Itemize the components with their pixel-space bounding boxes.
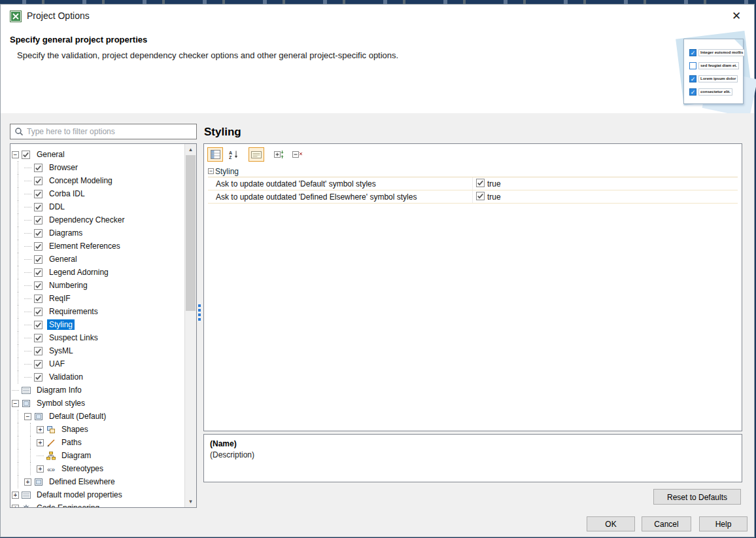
tree-item-label: Default model properties <box>35 490 124 500</box>
tree-item-sysml[interactable]: SysML <box>12 344 185 357</box>
tree-scrollbar[interactable]: ▴ ▾ <box>184 144 196 507</box>
collapse-expander-icon[interactable]: − <box>12 151 19 158</box>
checkbox-checked-icon[interactable] <box>34 307 44 316</box>
tree-item-paths[interactable]: +Paths <box>12 436 185 449</box>
tree-item-shapes[interactable]: +Shapes <box>12 423 185 436</box>
checkbox-checked-icon[interactable] <box>34 215 44 224</box>
checkbox-checked-icon[interactable] <box>34 359 44 368</box>
tree-guide-line <box>12 475 24 488</box>
scrollbar-thumb[interactable] <box>186 155 196 311</box>
scroll-up-icon[interactable]: ▴ <box>185 144 196 155</box>
tree-item-defined-elsewhere[interactable]: +Defined Elsewhere <box>12 475 185 488</box>
tree-item-diagram-info[interactable]: Diagram Info <box>12 384 185 397</box>
expand-expander-icon[interactable]: + <box>24 478 31 486</box>
tree-item-corba-idl[interactable]: Corba IDL <box>12 187 185 200</box>
diagram-icon <box>46 451 57 460</box>
tree-item-code-engineering[interactable]: +Code Engineering <box>12 501 185 507</box>
tree-item-dependency-checker[interactable]: Dependency Checker <box>12 213 185 226</box>
tree-item-label: Diagrams <box>47 228 84 238</box>
cancel-button[interactable]: Cancel <box>642 516 691 531</box>
tree-item-stereotypes[interactable]: +«»Stereotypes <box>12 462 185 475</box>
filter-input[interactable] <box>24 126 196 137</box>
property-group-row[interactable]: − Styling <box>208 166 738 177</box>
property-row[interactable]: Ask to update outdated 'Defined Elsewher… <box>208 190 738 204</box>
tree-guide-line <box>12 279 24 292</box>
help-button[interactable]: Help <box>699 516 747 531</box>
expand-expander-icon[interactable]: + <box>12 492 19 499</box>
show-description-icon[interactable] <box>249 147 264 162</box>
value-checkbox-checked-icon[interactable] <box>476 179 485 189</box>
tree-item-label: Styling <box>47 319 75 330</box>
tree-item-diagram[interactable]: Diagram <box>12 449 185 462</box>
collapse-expander-icon[interactable]: − <box>12 400 19 407</box>
expand-expander-icon[interactable]: + <box>12 505 19 508</box>
expand-expander-icon[interactable]: + <box>37 439 44 446</box>
tree-item-label: Browser <box>47 162 80 173</box>
tree-item-general[interactable]: General <box>12 253 185 266</box>
tree-connector <box>24 243 31 250</box>
tree-item-label: Numbering <box>47 280 90 291</box>
sort-alphabetically-icon[interactable]: AZ <box>226 147 241 162</box>
ok-button[interactable]: OK <box>587 516 635 531</box>
collapse-expander-icon[interactable]: − <box>24 413 31 420</box>
checkbox-checked-icon[interactable] <box>34 294 44 303</box>
value-checkbox-checked-icon[interactable] <box>476 192 485 202</box>
categorized-view-icon[interactable] <box>207 147 223 162</box>
svg-text:A: A <box>229 151 232 155</box>
collapse-all-icon[interactable] <box>290 147 305 162</box>
checkbox-checked-icon[interactable] <box>34 228 44 238</box>
checkbox-checked-icon[interactable] <box>34 268 44 277</box>
checkbox-checked-icon[interactable] <box>34 242 44 251</box>
scroll-down-icon[interactable]: ▾ <box>185 496 196 507</box>
tree-connector <box>24 361 31 368</box>
checkbox-checked-icon[interactable] <box>34 202 44 211</box>
tree-item-label: General <box>35 149 67 160</box>
tree-item-requirements[interactable]: Requirements <box>12 305 185 318</box>
checkbox-checked-icon[interactable] <box>34 163 44 172</box>
expand-all-icon[interactable] <box>271 147 287 162</box>
tree-item-diagrams[interactable]: Diagrams <box>12 226 185 240</box>
checkbox-checked-icon[interactable] <box>34 333 44 342</box>
tree-item-reqif[interactable]: ReqIF <box>12 292 185 305</box>
tree-item-default-model-properties[interactable]: +Default model properties <box>12 488 185 501</box>
tree-item-default-default[interactable]: −Default (Default) <box>12 410 185 423</box>
tree-item-numbering[interactable]: Numbering <box>12 279 185 292</box>
checkbox-checked-icon[interactable] <box>34 255 44 264</box>
checkbox-checked-icon[interactable] <box>34 372 44 382</box>
tree-item-general[interactable]: −General <box>12 148 185 161</box>
tree-item-label: Code Engineering <box>35 503 101 507</box>
package-icon <box>22 399 32 408</box>
property-row[interactable]: Ask to update outdated 'Default' symbol … <box>208 177 738 190</box>
expand-expander-icon[interactable]: + <box>37 465 44 473</box>
tree-connector <box>12 387 19 394</box>
tree-item-label: SysML <box>47 346 75 356</box>
tree-item-concept-modeling[interactable]: Concept Modeling <box>12 174 185 187</box>
tree-item-label: Element References <box>47 241 122 251</box>
tree-item-browser[interactable]: Browser <box>12 161 185 174</box>
expand-expander-icon[interactable]: + <box>37 426 44 433</box>
tree-item-ddl[interactable]: DDL <box>12 200 185 213</box>
tree-connector <box>24 230 31 237</box>
tree-item-legend-adorning[interactable]: Legend Adorning <box>12 266 185 279</box>
tree-item-styling[interactable]: Styling <box>12 318 185 331</box>
checkbox-checked-icon[interactable] <box>34 189 44 198</box>
reset-to-defaults-button[interactable]: Reset to Defaults <box>653 489 741 505</box>
checkbox-checked-icon[interactable] <box>34 176 44 185</box>
art-text: sed feugiat diam et. <box>698 62 739 69</box>
tree-guide-line <box>12 449 24 462</box>
checkbox-checked-icon[interactable] <box>34 320 44 329</box>
collapse-group-icon[interactable]: − <box>208 168 214 174</box>
paths-icon <box>46 438 57 447</box>
tree-item-suspect-links[interactable]: Suspect Links <box>12 331 185 344</box>
checkbox-checked-icon[interactable] <box>22 150 32 159</box>
property-value: true <box>473 190 738 203</box>
tree-item-element-references[interactable]: Element References <box>12 240 185 253</box>
checkbox-checked-icon[interactable] <box>34 281 44 290</box>
tree-item-symbol-styles[interactable]: −Symbol styles <box>12 397 185 410</box>
splitter-handle[interactable] <box>198 304 201 323</box>
tree-item-validation[interactable]: Validation <box>12 370 185 384</box>
checkbox-checked-icon[interactable] <box>34 346 44 355</box>
tree-item-label: Suspect Links <box>47 332 100 343</box>
tree-item-uaf[interactable]: UAF <box>12 357 185 370</box>
close-icon[interactable]: ✕ <box>729 9 744 24</box>
